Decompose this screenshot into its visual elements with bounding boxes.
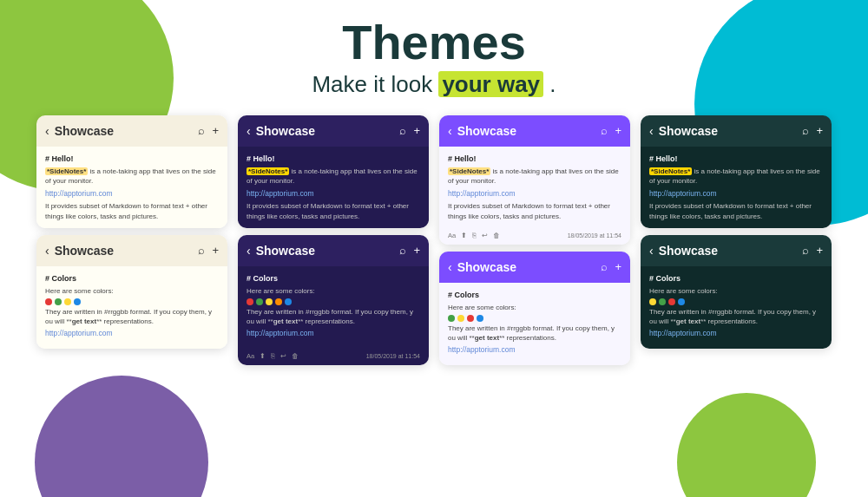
note-highlight-dp: *SideNotes*: [247, 167, 289, 175]
colors-link-dp[interactable]: http://apptorium.com: [247, 329, 420, 339]
share-icon[interactable]: ⬆: [260, 352, 266, 360]
dot-blue-lp: [477, 315, 483, 322]
undo-icon-lp[interactable]: ↩: [482, 232, 488, 239]
share-icon-lp[interactable]: ⬆: [461, 232, 467, 239]
note-colors-dt: # Colors Here are some colors: They are …: [641, 266, 832, 349]
card-title-lp: Showcase: [457, 124, 602, 138]
add-icon-dt[interactable]: +: [816, 124, 823, 137]
add-icon-lp[interactable]: +: [615, 124, 621, 137]
header-icons-dp-2: ⌕ +: [399, 244, 420, 257]
copy-icon[interactable]: ⎘: [271, 352, 275, 360]
subtitle-highlight: your way: [438, 71, 543, 97]
dot-yellow-dp: [266, 298, 273, 305]
colors-text-dt: Here are some colors:: [649, 286, 823, 304]
colors-text-dp: Here are some colors:: [247, 286, 420, 304]
colors-title-lp: # Colors: [448, 290, 621, 301]
add-icon-dp[interactable]: +: [413, 124, 420, 137]
colors-title-dt: # Colors: [649, 273, 823, 284]
dot-blue-dt: [678, 298, 685, 305]
note-body-lp: *SideNotes* is a note-taking app that li…: [448, 167, 621, 186]
app-card-lp-colors: ‹ Showcase ⌕ + # Colors Here are some co…: [439, 252, 630, 365]
card-header-lp: ‹ Showcase ⌕ +: [439, 115, 630, 147]
card-header-dt: ‹ Showcase ⌕ +: [641, 115, 832, 147]
card-title-lp-2: Showcase: [457, 260, 602, 274]
note-title-lp: # Hello!: [448, 154, 621, 165]
note-title-dp: # Hello!: [247, 154, 420, 165]
search-icon-dp-2[interactable]: ⌕: [399, 244, 406, 257]
color-dots-lp: [448, 315, 621, 322]
search-icon-2[interactable]: ⌕: [198, 244, 205, 257]
add-icon-dp-2[interactable]: +: [413, 244, 420, 257]
colors-link-lp[interactable]: http://apptorium.com: [448, 345, 621, 356]
note-hello-dp: # Hello! *SideNotes* is a note-taking ap…: [238, 147, 429, 228]
dot-yellow: [64, 298, 71, 305]
card-title-2: Showcase: [55, 244, 199, 258]
copy-icon-lp[interactable]: ⎘: [472, 232, 477, 239]
header-icons-2: ⌕ +: [198, 244, 219, 257]
add-icon[interactable]: +: [212, 124, 219, 137]
page-header: Themes Make it look your way .: [312, 16, 556, 98]
colors-link[interactable]: http://apptorium.com: [45, 329, 219, 339]
dot-green-lp: [448, 315, 455, 322]
theme-col-light: ‹ Showcase ⌕ + # Hello! *SideNotes* is a…: [36, 115, 227, 365]
back-icon: ‹: [45, 124, 49, 138]
header-icons-dp: ⌕ +: [399, 124, 420, 137]
add-icon-dt-2[interactable]: +: [816, 244, 823, 257]
color-dots-dt: [649, 298, 823, 305]
font-icon-lp[interactable]: Aa: [448, 232, 456, 239]
delete-icon-lp[interactable]: 🗑: [493, 232, 500, 239]
app-card-light-colors: ‹ Showcase ⌕ + # Colors Here are some co…: [36, 235, 227, 349]
colors-title: # Colors: [45, 273, 219, 284]
footer-date-lp: 18/05/2019 at 11:54: [568, 232, 621, 239]
header-icons-dt: ⌕ +: [802, 124, 823, 137]
card-header-dp-2: ‹ Showcase ⌕ +: [238, 235, 429, 266]
note-link-lp[interactable]: http://apptorium.com: [448, 189, 621, 199]
app-card-dp-colors: ‹ Showcase ⌕ + # Colors Here are some co…: [238, 235, 429, 365]
colors-link-dt[interactable]: http://apptorium.com: [649, 329, 823, 339]
footer-icons-dp: Aa ⬆ ⎘ ↩ 🗑: [247, 352, 299, 360]
dot-green: [55, 298, 62, 305]
colors-text: Here are some colors:: [45, 286, 219, 304]
dot-red-dt: [668, 298, 675, 305]
add-icon-lp-2[interactable]: +: [615, 260, 621, 273]
card-title: Showcase: [55, 124, 199, 138]
note-title-dt: # Hello!: [649, 154, 823, 165]
note-body-dp: *SideNotes* is a note-taking app that li…: [247, 167, 420, 186]
search-icon-dt-2[interactable]: ⌕: [802, 244, 809, 257]
note-title: # Hello!: [45, 154, 219, 165]
back-icon-lp: ‹: [448, 124, 452, 138]
footer-icons-lp: Aa ⬆ ⎘ ↩ 🗑: [448, 232, 500, 239]
header-icons: ⌕ +: [198, 124, 219, 137]
add-icon-2[interactable]: +: [212, 244, 219, 257]
note-highlight: *SideNotes*: [45, 167, 88, 175]
theme-col-dark-purple: ‹ Showcase ⌕ + # Hello! *SideNotes* is a…: [238, 115, 429, 365]
search-icon-lp-2[interactable]: ⌕: [601, 260, 608, 273]
font-icon[interactable]: Aa: [247, 352, 254, 360]
back-icon-lp-2: ‹: [448, 260, 452, 274]
search-icon-dt[interactable]: ⌕: [802, 124, 809, 137]
search-icon-lp[interactable]: ⌕: [601, 124, 608, 137]
note-link-dp[interactable]: http://apptorium.com: [247, 189, 420, 199]
card-title-dp: Showcase: [256, 124, 400, 138]
search-icon-dp[interactable]: ⌕: [399, 124, 406, 137]
app-card-dt-colors: ‹ Showcase ⌕ + # Colors Here are some co…: [641, 235, 832, 349]
note-body-dt: *SideNotes* is a note-taking app that li…: [649, 167, 823, 186]
undo-icon[interactable]: ↩: [280, 352, 286, 360]
search-icon[interactable]: ⌕: [198, 124, 205, 137]
dot-blue-dp: [285, 298, 292, 305]
back-icon-dt: ‹: [649, 124, 654, 138]
colors-text-lp: Here are some colors:: [448, 303, 621, 321]
note-highlight-dt: *SideNotes*: [649, 167, 692, 175]
colors-body: They are written in #rrggbb format. If y…: [45, 307, 219, 326]
card-title-dt: Showcase: [659, 124, 803, 138]
card-footer-lp: Aa ⬆ ⎘ ↩ 🗑 18/05/2019 at 11:54: [439, 228, 630, 245]
note-highlight-lp: *SideNotes*: [448, 167, 490, 175]
note-link-dt[interactable]: http://apptorium.com: [649, 189, 823, 199]
card-header-lp-2: ‹ Showcase ⌕ +: [439, 252, 630, 283]
app-card-dt-hello: ‹ Showcase ⌕ + # Hello! *SideNotes* is a…: [641, 115, 832, 228]
page-wrapper: Themes Make it look your way . ‹ Showcas…: [0, 0, 868, 497]
dot-blue: [74, 298, 81, 305]
delete-icon[interactable]: 🗑: [292, 352, 299, 360]
note-link[interactable]: http://apptorium.com: [45, 189, 219, 199]
back-icon-dp-2: ‹: [247, 244, 251, 258]
